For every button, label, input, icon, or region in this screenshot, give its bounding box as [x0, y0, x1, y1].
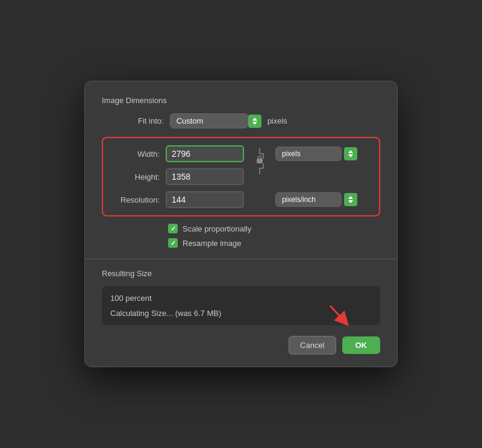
fit-into-row: Fit into: Custom pixels: [102, 113, 380, 128]
checkbox-rows: ✓ Scale proportionally ✓ Resample image: [102, 224, 380, 248]
height-spacer: [275, 167, 357, 186]
divider: [85, 259, 397, 259]
lock-column: [250, 145, 269, 174]
width-row: Width:: [111, 145, 244, 162]
scale-proportionally-checkbox[interactable]: ✓: [168, 224, 178, 233]
pixels-inch-chevron-down: [348, 200, 353, 203]
resample-image-label: Resample image: [183, 239, 242, 248]
pixels-chevron-up: [348, 150, 353, 153]
chevron-down-icon: [252, 122, 257, 125]
pixels-chevron-down: [348, 154, 353, 157]
fields-column: Width: Height: Resolution:: [111, 145, 244, 208]
result-percent: 100 percent: [110, 294, 372, 303]
unit-selects: pixels pixels/inch: [275, 145, 357, 207]
fit-into-select-icon: [248, 115, 261, 128]
red-arrow-icon: [327, 303, 351, 327]
height-row: Height:: [111, 168, 244, 185]
fit-into-label: Fit into:: [138, 116, 164, 125]
resolution-row: Resolution:: [111, 191, 244, 208]
pixels-select-row: pixels: [275, 147, 357, 161]
pixels-inch-select-row: pixels/inch: [275, 192, 357, 207]
ok-button[interactable]: OK: [342, 336, 381, 354]
resample-image-row: ✓ Resample image: [168, 238, 380, 248]
pixels-inch-select-btn[interactable]: [344, 193, 357, 206]
pixels-inch-select[interactable]: pixels/inch: [275, 192, 342, 207]
chevron-up-icon: [252, 118, 257, 121]
scale-proportionally-row: ✓ Scale proportionally: [168, 224, 380, 233]
svg-line-4: [330, 306, 344, 321]
fit-into-select-wrapper[interactable]: Custom: [170, 113, 261, 128]
fit-unit-label: pixels: [268, 116, 287, 125]
section-title: Image Dimensions: [102, 96, 380, 105]
cancel-button[interactable]: Cancel: [289, 336, 336, 355]
pixels-inch-chevron-up: [348, 196, 353, 199]
fit-into-select[interactable]: Custom: [170, 113, 248, 128]
dimensions-box: Width: Height: Resolution:: [102, 137, 380, 216]
lock-icon: [254, 148, 266, 174]
buttons-row: Cancel OK: [102, 336, 380, 355]
height-input[interactable]: [166, 168, 244, 185]
result-section-title: Resulting Size: [102, 269, 380, 278]
width-input[interactable]: [166, 145, 244, 162]
red-arrow-container: [327, 303, 351, 329]
height-label: Height:: [111, 172, 160, 181]
scale-proportionally-label: Scale proportionally: [183, 224, 251, 233]
width-label: Width:: [111, 150, 160, 159]
pixels-select[interactable]: pixels: [275, 147, 342, 161]
resample-image-checkbox[interactable]: ✓: [168, 238, 178, 248]
svg-rect-1: [257, 159, 263, 163]
buttons-area: Cancel OK: [102, 336, 380, 355]
resolution-input[interactable]: [166, 191, 244, 208]
image-dimensions-dialog: Image Dimensions Fit into: Custom pixels…: [84, 81, 398, 367]
resolution-label: Resolution:: [111, 195, 160, 204]
pixels-select-btn[interactable]: [344, 147, 357, 160]
